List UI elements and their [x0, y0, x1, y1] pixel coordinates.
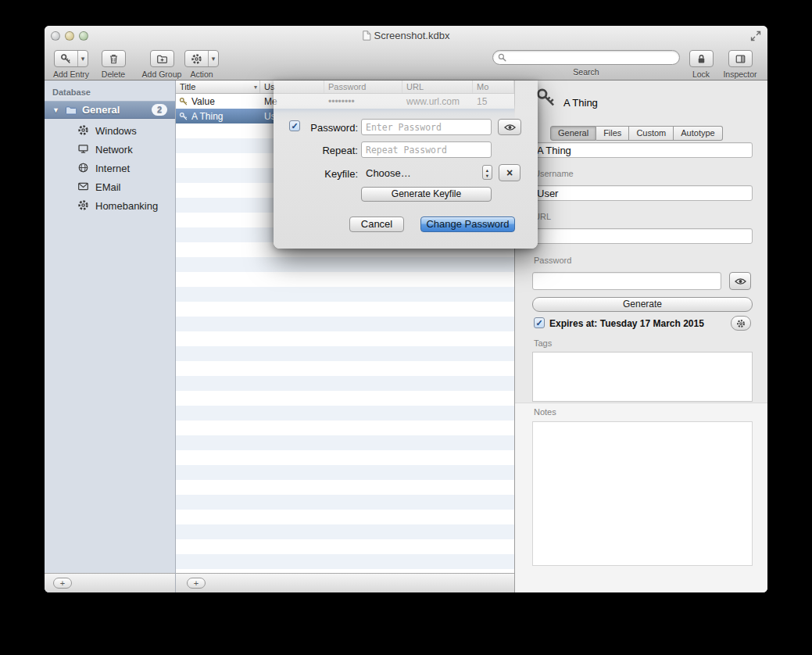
add-group-button[interactable]	[150, 50, 174, 67]
expires-checkbox[interactable]: ✓	[534, 317, 545, 328]
add-entry-button[interactable]: ▾	[54, 50, 89, 67]
chevron-down-icon[interactable]: ▾	[77, 51, 88, 66]
sidebar-bottom-bar: +	[45, 573, 175, 592]
stepper-up-icon: ▴	[486, 167, 488, 173]
windows-icon	[77, 124, 89, 136]
sidebar-item-email[interactable]: EMail	[45, 177, 175, 196]
search-label: Search	[573, 67, 599, 77]
clear-keyfile-button[interactable]: ×	[499, 164, 520, 181]
sidebar-item-label: EMail	[95, 181, 121, 193]
sheet-keyfile-label: Keyfile:	[303, 168, 358, 180]
close-x-icon: ×	[506, 166, 513, 179]
add-entry-label: Add Entry	[53, 70, 89, 79]
sheet-repeat-label: Repeat:	[303, 145, 358, 156]
lock-icon	[696, 53, 707, 65]
key-icon	[179, 97, 188, 106]
email-envelope-icon	[77, 181, 89, 192]
tags-input[interactable]	[532, 352, 753, 402]
sidebar-item-label: Network	[95, 144, 133, 156]
tab-custom[interactable]: Custom	[629, 126, 674, 141]
window-title-text: Screenshot.kdbx	[374, 30, 450, 41]
tags-label: Tags	[534, 338, 552, 348]
sheet-password-label: Password:	[303, 122, 358, 134]
chevron-down-icon[interactable]: ▾	[208, 51, 219, 66]
folder-icon	[65, 104, 77, 116]
reveal-password-button[interactable]	[498, 119, 521, 135]
entry-count-badge: 2	[152, 104, 167, 116]
inspector-tabs: General Files Custom Autotype	[550, 126, 723, 141]
entry-title: A Thing	[191, 111, 223, 122]
column-header-title[interactable]: Title▾	[176, 81, 260, 93]
internet-globe-icon	[77, 162, 89, 174]
stepper-down-icon: ▾	[486, 173, 488, 178]
add-group-plus-button[interactable]: +	[53, 578, 72, 589]
gear-icon	[191, 53, 202, 65]
sidebar-item-homebanking[interactable]: Homebanking	[45, 196, 175, 215]
expires-settings-button[interactable]	[731, 316, 751, 331]
inspector-entry-title: A Thing	[563, 97, 598, 109]
lock-label: Lock	[692, 70, 710, 79]
search-field[interactable]	[492, 50, 680, 65]
inspector-panel-icon	[735, 53, 746, 65]
username-field[interactable]	[532, 185, 753, 201]
change-password-button[interactable]: Change Password	[420, 217, 515, 232]
checkmark-icon: ✓	[291, 121, 298, 131]
generate-keyfile-button[interactable]: Generate Keyfile	[361, 187, 492, 202]
key-icon	[60, 53, 72, 65]
sheet-password-input[interactable]	[361, 119, 492, 135]
sidebar-header: Database	[52, 88, 91, 97]
fullscreen-icon[interactable]	[750, 30, 761, 41]
sidebar-group-label: General	[82, 104, 120, 116]
password-checkbox[interactable]: ✓	[289, 120, 300, 131]
sidebar-item-network[interactable]: Network	[45, 140, 175, 159]
generate-password-button[interactable]: Generate	[532, 297, 753, 312]
disclosure-triangle-icon[interactable]: ▼	[52, 106, 59, 114]
add-group-label: Add Group	[142, 70, 182, 79]
add-entry-plus-button[interactable]: +	[187, 578, 206, 589]
username-label: Username	[534, 169, 574, 178]
sheet-repeat-input[interactable]	[361, 141, 492, 158]
action-button[interactable]: ▾	[184, 50, 220, 67]
notes-label: Notes	[534, 407, 556, 417]
expires-label: Expires at: Tuesday 17 March 2015	[549, 318, 704, 329]
eye-icon	[504, 123, 516, 131]
search-icon	[498, 53, 506, 62]
document-icon	[363, 30, 371, 41]
desktop-background: Screenshot.kdbx ▾ Add Entry Delete	[0, 0, 812, 655]
lock-button[interactable]	[689, 50, 714, 67]
tab-autotype[interactable]: Autotype	[674, 126, 722, 141]
inspector-button[interactable]	[728, 50, 753, 67]
key-icon	[535, 87, 557, 109]
inspector-panel: A Thing General Files Custom Autotype Us…	[514, 81, 767, 592]
tab-files[interactable]: Files	[596, 126, 629, 141]
keyfile-popup-value[interactable]: Choose…	[366, 167, 411, 179]
title-field[interactable]	[532, 142, 753, 158]
keyfile-stepper[interactable]: ▴ ▾	[482, 165, 492, 180]
entry-title: Value	[191, 96, 215, 107]
entry-list-bottom-bar: +	[176, 573, 514, 592]
gear-icon	[736, 319, 746, 328]
trash-icon	[108, 53, 120, 65]
sidebar-item-windows[interactable]: Windows	[45, 121, 175, 140]
checkmark-icon: ✓	[535, 318, 542, 328]
window-chrome: Screenshot.kdbx ▾ Add Entry Delete	[45, 26, 767, 81]
eye-icon	[735, 277, 746, 285]
network-icon	[77, 143, 89, 155]
password-field[interactable]	[532, 272, 721, 290]
delete-button[interactable]	[102, 50, 126, 67]
sidebar-item-label: Internet	[95, 163, 130, 174]
action-label: Action	[190, 70, 213, 79]
folder-plus-icon	[156, 53, 168, 65]
cancel-button[interactable]: Cancel	[349, 217, 404, 232]
tab-general[interactable]: General	[550, 126, 596, 141]
sidebar: Database ▼ General 2 Windows Network	[45, 81, 176, 592]
homebanking-icon	[77, 199, 89, 211]
url-field[interactable]	[532, 228, 753, 244]
sort-arrow-icon: ▾	[254, 81, 257, 93]
search-input[interactable]	[510, 52, 674, 63]
key-icon	[179, 112, 188, 121]
notes-input[interactable]	[532, 421, 753, 566]
reveal-password-button[interactable]	[729, 272, 751, 290]
sidebar-group-general[interactable]: ▼ General 2	[45, 101, 175, 119]
sidebar-item-internet[interactable]: Internet	[45, 159, 175, 177]
